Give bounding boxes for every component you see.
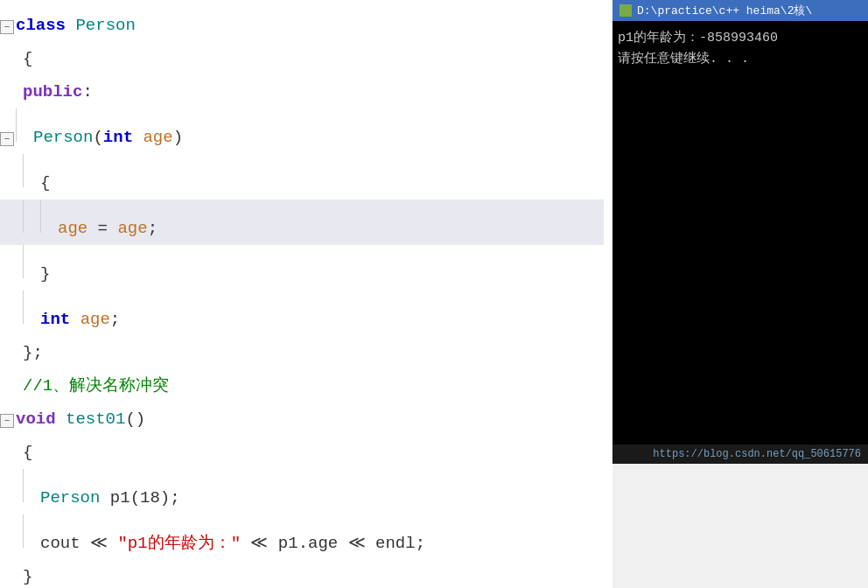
code-token: {: [23, 42, 32, 75]
code-token: =: [88, 212, 117, 245]
indent-guide: [40, 200, 41, 233]
code-token: }: [40, 257, 50, 290]
code-token: Person: [75, 9, 135, 42]
terminal-panel: D:\practice\c++ heima\2核\ p1的年龄为：-858993…: [612, 0, 868, 464]
code-token: cout ≪: [40, 527, 117, 560]
code-token: [66, 9, 75, 42]
terminal-output-line2: 请按任意键继续. . .: [618, 49, 863, 70]
code-token: //1、解决名称冲突: [23, 369, 169, 402]
code-token: public: [23, 75, 82, 108]
indent-guide: [23, 154, 24, 187]
code-token: [133, 121, 143, 154]
code-token: [70, 303, 80, 336]
indent-guide: [23, 245, 24, 278]
code-token: {: [40, 166, 50, 200]
code-line: {: [0, 436, 604, 469]
code-token: {: [23, 436, 32, 469]
code-line: //1、解决名称冲突: [0, 369, 604, 402]
code-line: public:: [0, 75, 604, 108]
terminal-titlebar: D:\practice\c++ heima\2核\: [612, 0, 868, 21]
code-token: ): [173, 121, 183, 154]
code-line: int age;: [0, 290, 604, 336]
code-token: class: [16, 9, 66, 42]
code-token: age: [80, 303, 110, 336]
code-line: {: [0, 154, 604, 200]
code-line: }: [0, 245, 604, 290]
code-token: ;: [110, 303, 120, 336]
code-token: age: [117, 212, 147, 245]
code-line: −void test01(): [0, 402, 604, 436]
indent-guide: [23, 514, 24, 548]
code-token: Person: [40, 481, 100, 514]
code-line: };: [0, 336, 604, 369]
collapse-button[interactable]: −: [0, 414, 14, 428]
code-token: }: [23, 560, 32, 588]
code-token: void: [16, 402, 56, 436]
code-line: Person p1(18);: [0, 469, 604, 514]
code-line: {: [0, 42, 604, 75]
code-editor: −class Person{public:−Person(int age){ag…: [0, 0, 612, 588]
code-token: [56, 402, 66, 436]
indent-guide: [23, 469, 24, 502]
code-token: "p1的年龄为：": [117, 527, 241, 560]
code-token: :: [82, 75, 92, 108]
code-token: int: [40, 303, 70, 336]
code-token: (: [93, 121, 102, 154]
collapse-button[interactable]: −: [0, 20, 14, 34]
terminal-icon: [620, 4, 632, 17]
code-line: cout ≪ "p1的年龄为：" ≪ p1.age ≪ endl;: [0, 514, 604, 560]
indent-guide: [23, 200, 24, 233]
code-token: ≪ p1.age ≪ endl;: [241, 527, 425, 560]
code-token: ;: [148, 212, 158, 245]
code-area: −class Person{public:−Person(int age){ag…: [0, 0, 612, 588]
terminal-title: D:\practice\c++ heima\2核\: [637, 3, 812, 18]
code-token: test01: [66, 402, 125, 436]
terminal-footer: https://blog.csdn.net/qq_50615776: [612, 444, 868, 464]
terminal-output-line1: p1的年龄为：-858993460: [618, 28, 863, 49]
code-token: (): [125, 402, 145, 436]
code-token: Person: [33, 121, 93, 154]
collapse-button[interactable]: −: [0, 132, 14, 146]
code-line: age = age;: [0, 200, 604, 245]
code-token: p1(18);: [100, 481, 179, 514]
code-line: }: [0, 560, 604, 588]
indent-guide: [16, 108, 17, 142]
terminal-watermark: https://blog.csdn.net/qq_50615776: [653, 448, 861, 460]
code-token: int: [103, 121, 133, 154]
indent-guide: [23, 290, 24, 324]
code-token: age: [143, 121, 172, 154]
terminal-content: p1的年龄为：-858993460 请按任意键继续. . .: [612, 21, 868, 77]
code-line: −Person(int age): [0, 108, 604, 154]
code-line: −class Person: [0, 9, 604, 42]
code-token: age: [58, 212, 88, 245]
code-token: };: [23, 336, 43, 369]
